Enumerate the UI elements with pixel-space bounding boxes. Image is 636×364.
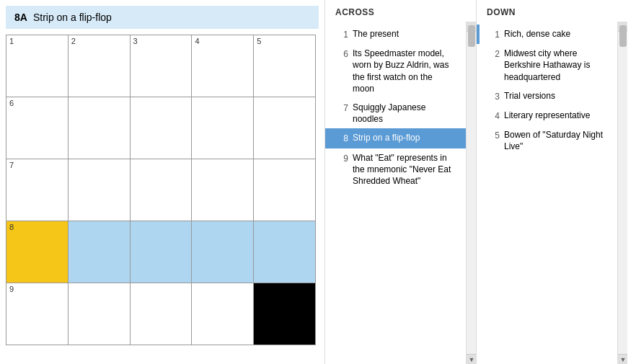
grid-cell[interactable]: 3 — [130, 35, 192, 97]
across-clue-item[interactable]: 1The present — [325, 25, 466, 44]
active-clue-text: Strip on a flip-flop — [33, 12, 112, 23]
clue-text: Its Speedmaster model, worn by Buzz Aldr… — [353, 48, 456, 94]
across-scrollbar[interactable]: ▲ ▼ — [466, 22, 476, 364]
clue-number: 7 — [335, 102, 348, 114]
clue-number: 2 — [487, 48, 500, 60]
cell-number: 1 — [9, 37, 14, 45]
down-clue-item[interactable]: 3Trial versions — [477, 86, 617, 106]
clue-number: 8 — [335, 132, 348, 144]
across-clue-item[interactable]: 9What "Eat" represents in the mnemonic "… — [325, 148, 466, 191]
cell-number: 2 — [71, 37, 76, 45]
grid-cell[interactable]: 5 — [254, 35, 316, 97]
grid-cell[interactable] — [68, 221, 130, 283]
grid-cell[interactable] — [254, 283, 316, 345]
across-clue-item[interactable]: 8Strip on a flip-flop — [325, 128, 466, 148]
clue-text: The present — [353, 28, 399, 40]
down-clue-item[interactable]: 4Literary representative — [477, 106, 617, 125]
down-scroll-down[interactable]: ▼ — [618, 354, 627, 364]
grid-cell[interactable] — [68, 159, 130, 221]
grid-cell[interactable] — [254, 221, 316, 283]
grid-cell[interactable]: 4 — [192, 35, 254, 97]
down-scrollbar[interactable]: ▲ ▼ — [617, 22, 627, 364]
grid-cell[interactable] — [130, 221, 192, 283]
clue-text: Strip on a flip-flop — [353, 132, 420, 143]
clue-number: 6 — [335, 48, 348, 60]
clue-text: What "Eat" represents in the mnemonic "N… — [353, 152, 456, 187]
down-scroll-thumb[interactable] — [619, 25, 627, 47]
across-clues-list: 1The present6Its Speedmaster model, worn… — [325, 22, 466, 364]
across-clue-item[interactable]: 6Its Speedmaster model, worn by Buzz Ald… — [325, 44, 466, 98]
crossword-panel: 8A Strip on a flip-flop 123456789 — [0, 0, 324, 364]
crossword-grid: 123456789 — [6, 35, 316, 345]
grid-cell[interactable] — [130, 97, 192, 159]
active-clue-number: 8A — [14, 12, 27, 23]
grid-cell[interactable] — [130, 283, 192, 345]
clue-number: 3 — [487, 90, 500, 102]
clue-number: 1 — [487, 28, 500, 40]
grid-cell[interactable]: 8 — [6, 221, 69, 283]
down-clues-list: 1Rich, dense cake2Midwest city where Ber… — [477, 22, 617, 364]
grid-cell[interactable]: 6 — [6, 97, 69, 159]
cell-number: 3 — [133, 37, 138, 45]
grid-cell[interactable]: 9 — [6, 283, 69, 345]
clue-number: 4 — [487, 110, 500, 122]
grid-cell[interactable] — [130, 159, 192, 221]
across-scroll-down[interactable]: ▼ — [467, 354, 476, 364]
grid-cell[interactable] — [254, 97, 316, 159]
active-clue-header: 8A Strip on a flip-flop — [6, 6, 319, 29]
clue-text: Literary representative — [504, 110, 590, 121]
cell-number: 4 — [195, 37, 199, 45]
across-header: ACROSS — [325, 0, 476, 22]
down-panel: DOWN 1Rich, dense cake2Midwest city wher… — [476, 0, 627, 364]
down-clue-item[interactable]: 5Bowen of "Saturday Night Live" — [477, 125, 617, 156]
clue-text: Bowen of "Saturday Night Live" — [504, 129, 607, 152]
grid-cell[interactable]: 7 — [6, 159, 69, 221]
clue-text: Trial versions — [504, 90, 555, 102]
grid-cell[interactable] — [254, 159, 316, 221]
down-clue-item[interactable]: 2Midwest city where Berkshire Hathaway i… — [477, 44, 617, 86]
clue-number: 1 — [335, 28, 348, 40]
clue-text: Midwest city where Berkshire Hathaway is… — [504, 48, 607, 83]
down-header: DOWN — [477, 0, 627, 22]
grid-cell[interactable] — [68, 283, 130, 345]
down-clue-item[interactable]: 1Rich, dense cake — [477, 25, 617, 44]
grid-cell[interactable]: 2 — [68, 35, 130, 97]
grid-cell[interactable] — [192, 159, 254, 221]
cell-number: 6 — [9, 99, 14, 107]
clue-number: 9 — [335, 152, 348, 164]
grid-cell[interactable] — [68, 97, 130, 159]
grid-cell[interactable] — [192, 97, 254, 159]
across-clue-item[interactable]: 7Squiggly Japanese noodles — [325, 98, 466, 128]
across-panel: ACROSS 1The present6Its Speedmaster mode… — [324, 0, 476, 364]
grid-cell[interactable] — [192, 283, 254, 345]
clue-text: Squiggly Japanese noodles — [353, 102, 456, 125]
clue-number: 5 — [487, 129, 500, 141]
grid-cell[interactable] — [192, 221, 254, 283]
cell-number: 9 — [9, 285, 14, 293]
clue-text: Rich, dense cake — [504, 28, 570, 40]
across-scroll-thumb[interactable] — [468, 25, 475, 47]
cell-number: 5 — [257, 37, 261, 45]
grid-container: 123456789 — [6, 35, 319, 358]
grid-cell[interactable]: 1 — [6, 35, 69, 97]
cell-number: 7 — [9, 161, 14, 169]
cell-number: 8 — [9, 223, 14, 231]
